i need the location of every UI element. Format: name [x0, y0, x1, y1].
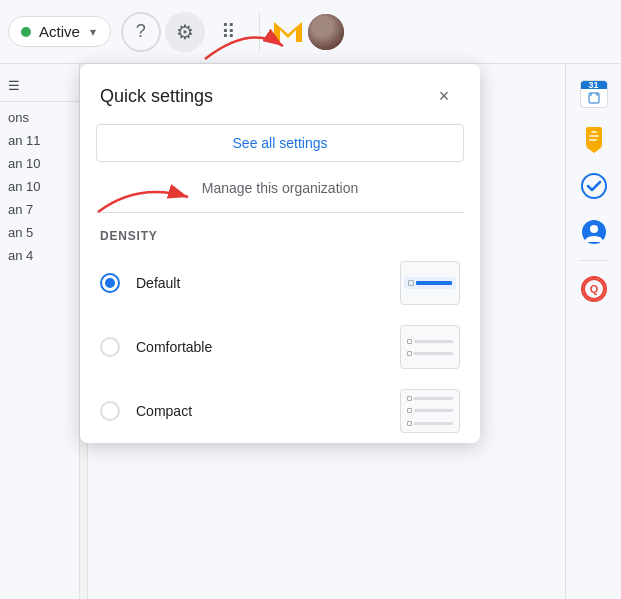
sidebar-menu-icon: ☰ — [8, 78, 20, 93]
radio-comfortable[interactable] — [100, 337, 120, 357]
density-section-label: DENSITY — [80, 213, 480, 251]
active-dot-icon — [21, 27, 31, 37]
svg-rect-6 — [591, 131, 597, 133]
prev-compact-bar-2 — [414, 409, 453, 412]
see-all-settings-label: See all settings — [233, 135, 328, 151]
preview-checkbox — [408, 280, 414, 286]
grid-icon: ⠿ — [221, 20, 236, 44]
prev-compact-sq-2 — [407, 408, 412, 413]
prev-sq-2 — [407, 351, 412, 356]
avatar-image — [308, 14, 344, 50]
prev-sq-1 — [407, 339, 412, 344]
right-sidebar-divider — [579, 260, 609, 261]
sidebar-item-jan7: an 7 — [0, 198, 79, 221]
gear-button[interactable]: ⚙ — [165, 12, 205, 52]
chevron-down-icon: ▾ — [90, 25, 96, 39]
help-icon: ? — [136, 21, 146, 42]
prev-compact-sq-1 — [407, 396, 412, 401]
m-logo — [268, 12, 308, 52]
grid-button[interactable]: ⠿ — [209, 12, 249, 52]
prev-grey-1 — [414, 340, 453, 343]
avatar[interactable] — [308, 14, 344, 50]
manage-org-label: Manage this organization — [202, 180, 358, 196]
quick-settings-panel: Quick settings × See all settings Manage… — [80, 64, 480, 443]
topbar-separator — [259, 12, 260, 52]
calendar-icon-button[interactable]: 31 — [574, 74, 614, 114]
radio-default-inner — [105, 278, 115, 288]
sidebar-item-jan4: an 4 — [0, 244, 79, 267]
active-label: Active — [39, 23, 80, 40]
sidebar-item-ons: ons — [0, 106, 79, 129]
q-app-icon: Q — [581, 276, 607, 302]
density-option-default[interactable]: Default — [80, 251, 480, 315]
people-icon — [580, 218, 608, 246]
svg-marker-5 — [586, 147, 602, 153]
sidebar-item-jan11: an 11 — [0, 129, 79, 152]
density-compact-label: Compact — [136, 403, 384, 419]
density-default-preview — [400, 261, 460, 305]
see-all-settings-button[interactable]: See all settings — [96, 124, 464, 162]
topbar: Active ▾ ? ⚙ ⠿ — [0, 0, 621, 64]
density-default-label: Default — [136, 275, 384, 291]
people-icon-button[interactable] — [574, 212, 614, 252]
prev-compact-bar-3 — [414, 422, 453, 425]
tasks-icon — [580, 172, 608, 200]
main-area: ☰ ons an 11 an 10 an 10 an 7 an 5 an 4 Q… — [0, 64, 621, 599]
right-sidebar: 31 — [565, 64, 621, 599]
density-compact-preview — [400, 389, 460, 433]
keep-icon-button[interactable] — [574, 120, 614, 160]
keep-icon — [582, 125, 606, 155]
svg-point-11 — [590, 225, 598, 233]
gear-icon: ⚙ — [176, 20, 194, 44]
tasks-icon-button[interactable] — [574, 166, 614, 206]
svg-rect-7 — [589, 135, 599, 137]
preview-blue-bar — [416, 281, 452, 285]
active-status-badge[interactable]: Active ▾ — [8, 16, 111, 47]
quick-settings-header: Quick settings × — [80, 64, 480, 124]
radio-default[interactable] — [100, 273, 120, 293]
manage-org-link[interactable]: Manage this organization — [80, 170, 480, 212]
svg-point-9 — [582, 174, 606, 198]
density-comfortable-preview — [400, 325, 460, 369]
sidebar-item-jan10a: an 10 — [0, 152, 79, 175]
prev-grey-2 — [414, 352, 453, 355]
sidebar-item-jan10b: an 10 — [0, 175, 79, 198]
close-icon: × — [439, 86, 450, 107]
density-option-comfortable[interactable]: Comfortable — [80, 315, 480, 379]
density-comfortable-label: Comfortable — [136, 339, 384, 355]
cal-body — [581, 89, 607, 107]
svg-text:Q: Q — [589, 283, 598, 295]
quick-settings-title: Quick settings — [100, 86, 213, 107]
sidebar-item-jan5: an 5 — [0, 221, 79, 244]
sidebar-toggle[interactable]: ☰ — [0, 72, 79, 102]
help-button[interactable]: ? — [121, 12, 161, 52]
close-button[interactable]: × — [428, 80, 460, 112]
prev-compact-bar-1 — [414, 397, 453, 400]
density-option-compact[interactable]: Compact — [80, 379, 480, 443]
q-app-icon-button[interactable]: Q — [574, 269, 614, 309]
radio-compact[interactable] — [100, 401, 120, 421]
svg-rect-8 — [589, 139, 597, 141]
prev-compact-sq-3 — [407, 421, 412, 426]
sidebar: ☰ ons an 11 an 10 an 10 an 7 an 5 an 4 — [0, 64, 80, 599]
calendar-icon: 31 — [580, 80, 608, 108]
